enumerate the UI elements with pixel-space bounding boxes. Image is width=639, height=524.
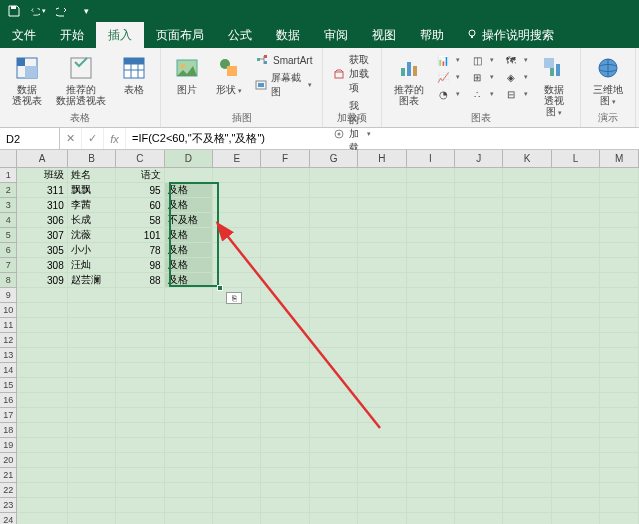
cell-A2[interactable]: 311 — [17, 183, 67, 198]
cell-I2[interactable] — [407, 183, 455, 198]
cell-A16[interactable] — [17, 393, 67, 408]
cell-C17[interactable] — [116, 408, 164, 423]
cell-J22[interactable] — [455, 483, 503, 498]
formula-cancel-icon[interactable]: ✕ — [60, 128, 82, 149]
cell-C7[interactable]: 98 — [116, 258, 164, 273]
cell-G22[interactable] — [310, 483, 358, 498]
cell-I21[interactable] — [407, 468, 455, 483]
cell-C16[interactable] — [116, 393, 164, 408]
cell-B9[interactable] — [68, 288, 116, 303]
cell-F3[interactable] — [261, 198, 309, 213]
cell-B6[interactable]: 小小 — [68, 243, 116, 258]
cell-L14[interactable] — [552, 363, 600, 378]
cell-E16[interactable] — [213, 393, 261, 408]
cell-G24[interactable] — [310, 513, 358, 524]
cell-G3[interactable] — [310, 198, 358, 213]
cell-G12[interactable] — [310, 333, 358, 348]
col-header-H[interactable]: H — [358, 150, 406, 167]
cell-B11[interactable] — [68, 318, 116, 333]
cell-B20[interactable] — [68, 453, 116, 468]
cell-J9[interactable] — [455, 288, 503, 303]
cell-K20[interactable] — [503, 453, 551, 468]
cell-K6[interactable] — [503, 243, 551, 258]
cell-M11[interactable] — [600, 318, 639, 333]
cell-G10[interactable] — [310, 303, 358, 318]
cell-J4[interactable] — [455, 213, 503, 228]
cell-L10[interactable] — [552, 303, 600, 318]
row-header-15[interactable]: 15 — [0, 378, 17, 393]
cell-F21[interactable] — [261, 468, 309, 483]
cell-D12[interactable] — [165, 333, 213, 348]
cell-M2[interactable] — [600, 183, 639, 198]
cell-G2[interactable] — [310, 183, 358, 198]
cell-C14[interactable] — [116, 363, 164, 378]
cell-J23[interactable] — [455, 498, 503, 513]
cell-M14[interactable] — [600, 363, 639, 378]
shapes-button[interactable]: 形状▾ — [211, 52, 247, 97]
pivot-table-button[interactable]: 数据 透视表 — [8, 52, 46, 108]
cell-H4[interactable] — [358, 213, 406, 228]
cell-G6[interactable] — [310, 243, 358, 258]
cell-E3[interactable] — [213, 198, 261, 213]
cell-G1[interactable] — [310, 168, 358, 183]
cell-C23[interactable] — [116, 498, 164, 513]
cell-D18[interactable] — [165, 423, 213, 438]
cell-G15[interactable] — [310, 378, 358, 393]
cell-L11[interactable] — [552, 318, 600, 333]
cell-F16[interactable] — [261, 393, 309, 408]
row-header-1[interactable]: 1 — [0, 168, 17, 183]
cell-M15[interactable] — [600, 378, 639, 393]
cell-B23[interactable] — [68, 498, 116, 513]
undo-icon[interactable]: ▾ — [30, 3, 46, 19]
cell-J7[interactable] — [455, 258, 503, 273]
cell-C15[interactable] — [116, 378, 164, 393]
cell-F17[interactable] — [261, 408, 309, 423]
formula-confirm-icon[interactable]: ✓ — [82, 128, 104, 149]
cell-F15[interactable] — [261, 378, 309, 393]
worksheet-grid[interactable]: ABCDEFGHIJKLM1班级姓名语文2311飘飘95及格3310李茜60及格… — [0, 150, 639, 524]
tab-data[interactable]: 数据 — [264, 22, 312, 48]
cell-F11[interactable] — [261, 318, 309, 333]
row-header-17[interactable]: 17 — [0, 408, 17, 423]
cell-B7[interactable]: 汪灿 — [68, 258, 116, 273]
cell-B14[interactable] — [68, 363, 116, 378]
cell-F18[interactable] — [261, 423, 309, 438]
col-header-B[interactable]: B — [68, 150, 116, 167]
cell-L17[interactable] — [552, 408, 600, 423]
cell-A23[interactable] — [17, 498, 67, 513]
cell-L22[interactable] — [552, 483, 600, 498]
cell-B5[interactable]: 沈薇 — [68, 228, 116, 243]
col-header-M[interactable]: M — [600, 150, 639, 167]
cell-D16[interactable] — [165, 393, 213, 408]
cell-I15[interactable] — [407, 378, 455, 393]
cell-I23[interactable] — [407, 498, 455, 513]
cell-F14[interactable] — [261, 363, 309, 378]
cell-K15[interactable] — [503, 378, 551, 393]
cell-J5[interactable] — [455, 228, 503, 243]
cell-K13[interactable] — [503, 348, 551, 363]
cell-C11[interactable] — [116, 318, 164, 333]
cell-D15[interactable] — [165, 378, 213, 393]
cell-D23[interactable] — [165, 498, 213, 513]
row-header-4[interactable]: 4 — [0, 213, 17, 228]
row-header-24[interactable]: 24 — [0, 513, 17, 524]
cell-H12[interactable] — [358, 333, 406, 348]
cell-K2[interactable] — [503, 183, 551, 198]
name-box[interactable]: D2 — [0, 128, 60, 149]
cell-H18[interactable] — [358, 423, 406, 438]
cell-I11[interactable] — [407, 318, 455, 333]
redo-icon[interactable] — [54, 3, 70, 19]
cell-M18[interactable] — [600, 423, 639, 438]
tab-home[interactable]: 开始 — [48, 22, 96, 48]
cell-E23[interactable] — [213, 498, 261, 513]
cell-K4[interactable] — [503, 213, 551, 228]
tab-review[interactable]: 审阅 — [312, 22, 360, 48]
cell-E21[interactable] — [213, 468, 261, 483]
cell-D11[interactable] — [165, 318, 213, 333]
cell-E7[interactable] — [213, 258, 261, 273]
cell-M12[interactable] — [600, 333, 639, 348]
cell-A15[interactable] — [17, 378, 67, 393]
cell-K8[interactable] — [503, 273, 551, 288]
cell-M7[interactable] — [600, 258, 639, 273]
cell-E8[interactable] — [213, 273, 261, 288]
